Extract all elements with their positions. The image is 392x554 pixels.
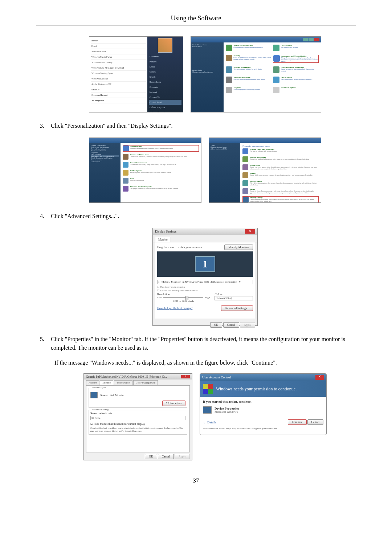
advanced-settings-button[interactable]: Advanced Settings... (221, 305, 253, 311)
slider-thumb[interactable] (185, 296, 188, 300)
colors-dropdown[interactable]: Highest (32 bit) (215, 296, 253, 300)
start-item[interactable]: E-mail (91, 44, 146, 49)
maximize-button[interactable] (309, 38, 314, 41)
p-item[interactable]: Desktop BackgroundChoose from available … (242, 156, 319, 162)
start-item[interactable]: Welcome Center (91, 49, 146, 54)
p-item[interactable]: Ease of Access CenterAccommodate low vis… (123, 162, 199, 168)
p-item[interactable]: Screen SaverChange your screen saver or … (242, 164, 319, 170)
step-5: 5. Click "Properties" in the "Monitor" t… (36, 335, 356, 352)
cp-category[interactable]: Hardware and SoundPlay CDs or other medi… (226, 77, 271, 83)
cp-category[interactable]: Ease of AccessLet Windows suggest settin… (273, 77, 319, 83)
continue-button[interactable]: Continue (288, 419, 306, 425)
tab-monitor[interactable]: Monitor (155, 237, 171, 242)
ok-button[interactable]: OK (210, 322, 222, 328)
resolution-slider[interactable]: Low High (157, 296, 210, 299)
additional-icon (273, 87, 279, 93)
header-rule (36, 25, 356, 25)
start-right-item[interactable]: Documents (149, 54, 181, 59)
window-titlebar (89, 138, 201, 143)
start-item[interactable]: Windows Explorer (91, 76, 146, 82)
start-right-item[interactable]: Music (149, 64, 181, 69)
properties-button[interactable]: 🛡 Properties (162, 401, 185, 406)
p-item-highlighted[interactable]: Display SettingsAdjust your monitor reso… (242, 196, 319, 203)
start-right-item[interactable]: Pictures (149, 59, 181, 64)
cp-category[interactable]: ProgramsUninstall a program Change start… (226, 87, 271, 93)
p-item[interactable]: SoundsChange which sounds are heard when… (242, 172, 319, 178)
start-right-item[interactable]: Help and Support (149, 110, 181, 112)
colors-label: Colors: (215, 293, 253, 296)
screenshot-personalization-detail: Tasks Change desktop icons Adjust font s… (209, 138, 321, 203)
p-item[interactable]: ThemeChange the theme. Themes can change… (242, 188, 319, 194)
uac-details-toggle[interactable]: ⌄ Details (203, 420, 217, 424)
start-item[interactable]: Windows Photo Gallery (91, 60, 146, 65)
sidebar-item[interactable]: Adjust font size (DPI) (211, 148, 239, 150)
tab-color-management[interactable]: Color Management (133, 380, 158, 385)
monitor-dropdown[interactable]: 1. (Multiple Monitors) on NVIDIA GeForce… (157, 280, 253, 284)
start-item[interactable]: Command Prompt (91, 93, 146, 98)
start-item[interactable]: SmartDo (91, 87, 146, 93)
p-desc: Accommodate low vision | Change screen r… (130, 164, 176, 165)
cancel-button[interactable]: Cancel (307, 419, 323, 425)
minimize-button[interactable] (303, 38, 308, 41)
identify-monitors-button[interactable]: Identify Monitors (224, 245, 253, 250)
page-heading: Personalize appearance and sounds (242, 145, 319, 147)
start-right-item[interactable]: Computer (149, 85, 181, 90)
start-right-control-panel[interactable]: Control Panel (149, 100, 181, 105)
close-button[interactable] (314, 38, 319, 41)
sidebar-item[interactable]: Classic View (91, 161, 119, 163)
cp-category[interactable]: Clock, Language, and RegionChange keyboa… (273, 66, 319, 73)
taskbar-icon (123, 154, 128, 160)
all-programs[interactable]: All Programs (91, 98, 146, 103)
check-main-monitor: ☐ This is my main monitor (157, 286, 253, 288)
monitor-1[interactable]: 1 (195, 256, 215, 272)
cp-category[interactable]: SecurityCheck for updates Check this com… (226, 55, 271, 63)
cancel-button[interactable]: Cancel (158, 454, 174, 459)
p-item[interactable]: Taskbar and Start MenuCustomize the Star… (123, 154, 199, 160)
start-item[interactable]: Adobe Photoshop CS2 (91, 82, 146, 87)
tab-monitor[interactable]: Monitor (100, 380, 113, 385)
sidebar-item[interactable]: Change desktop background (192, 71, 222, 73)
p-item-highlighted[interactable]: PersonalizationChange desktop background… (123, 145, 199, 152)
cp-category[interactable]: User AccountsAdd or remove user accounts (273, 45, 319, 51)
start-right-item[interactable]: Recent Items (149, 79, 181, 85)
hide-modes-checkbox[interactable]: ☑ Hide modes that this monitor cannot di… (90, 422, 185, 426)
close-button[interactable]: ✕ (315, 375, 324, 380)
start-item[interactable]: Windows Meeting Space (91, 71, 146, 76)
p-item[interactable]: Folder OptionsSpecify single- or double-… (123, 170, 199, 176)
tabs: Adapter Monitor Troubleshoot Color Manag… (84, 379, 192, 385)
cp-sub: Change keyboards or other input methods … (281, 68, 319, 72)
start-item[interactable]: Internet (91, 38, 146, 44)
resolution-value: 1280 by 1024 pixels (157, 300, 210, 303)
group-title: Monitor Settings (91, 408, 110, 411)
step-number: 5. (36, 335, 51, 352)
refresh-rate-dropdown[interactable]: 60 Hertz (90, 416, 185, 420)
p-item[interactable]: FontsInstall or remove a font (123, 178, 199, 184)
user-avatar (158, 38, 172, 53)
cp-category[interactable]: System and MaintenanceGet started with W… (226, 45, 271, 51)
uac-body: If you started this action, continue. De… (200, 397, 326, 433)
close-button[interactable]: ✕ (245, 229, 255, 234)
start-item[interactable]: Windows Live Messenger Download (91, 65, 146, 71)
start-right-item[interactable]: Network (149, 90, 181, 95)
start-right-item[interactable]: Connect To (149, 95, 181, 100)
cp-category[interactable]: Additional Options (273, 87, 319, 93)
start-right-item[interactable]: Default Programs (149, 105, 181, 110)
start-item[interactable]: Windows Media Player (91, 54, 146, 60)
p-item[interactable]: Window Color and AppearanceFine tune the… (242, 148, 319, 154)
cp-category[interactable]: Network and InternetView network status … (226, 66, 271, 73)
cancel-button[interactable]: Cancel (223, 322, 239, 328)
ok-button[interactable]: OK (145, 454, 157, 459)
help-link[interactable]: How do I get the best display? (157, 307, 192, 310)
start-right-item[interactable]: Games (149, 69, 181, 74)
close-button[interactable]: ✕ (181, 375, 190, 378)
monitor-preview[interactable]: 1 (157, 251, 253, 277)
tab-adapter[interactable]: Adapter (86, 380, 99, 385)
screenshot-row-2: Control Panel Home System and Maintenanc… (54, 138, 356, 203)
tab-troubleshoot[interactable]: Troubleshoot (114, 380, 132, 385)
p-item[interactable]: Mouse PointersPick a different mouse poi… (242, 180, 319, 186)
start-menu-right: Documents Pictures Music Games Search Re… (147, 37, 183, 112)
start-right-item[interactable]: Search (149, 74, 181, 79)
dialog-buttons: OK Cancel Apply (153, 321, 257, 329)
p-item[interactable]: Windows Sidebar PropertiesAdd gadgets to… (123, 186, 199, 192)
cp-category-highlighted[interactable]: Appearance and PersonalizationChange the… (273, 55, 319, 63)
